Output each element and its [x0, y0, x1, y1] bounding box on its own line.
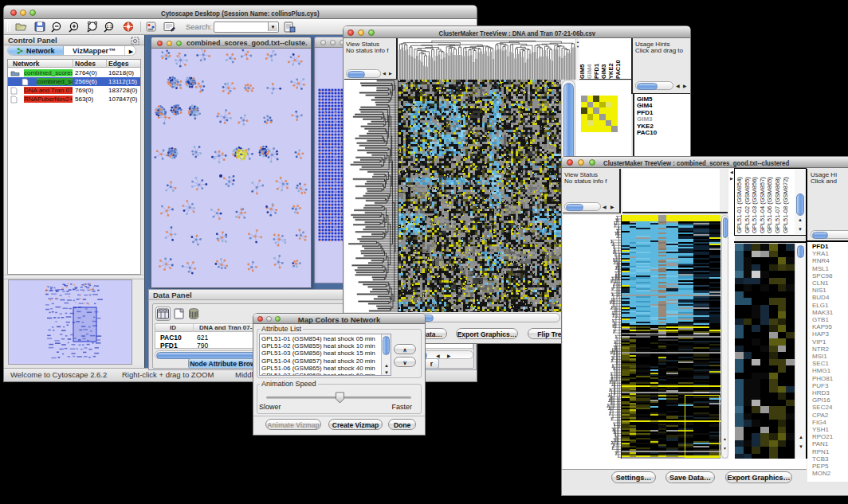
svg-text:1:1: 1:1	[106, 24, 112, 29]
